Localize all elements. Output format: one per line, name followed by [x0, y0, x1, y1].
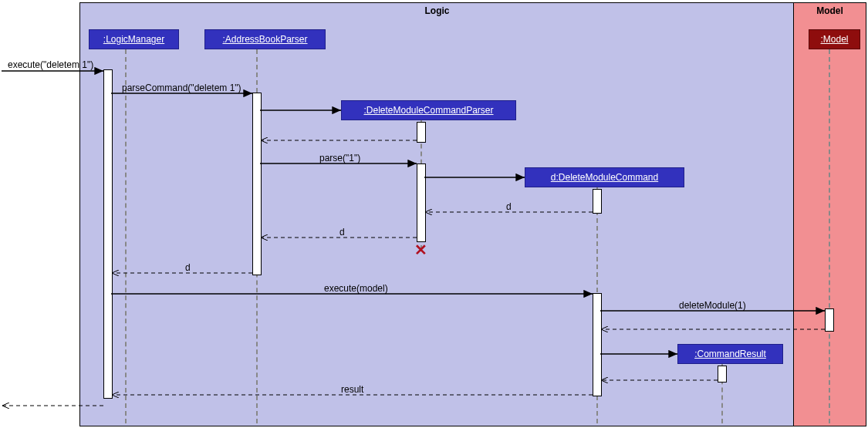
- activation-logic-manager: [103, 69, 113, 399]
- msg-return-d2: d: [339, 227, 345, 238]
- logic-region-title: Logic: [80, 5, 794, 16]
- activation-dmc-execute: [593, 293, 602, 396]
- participant-command-result: :CommandResult: [677, 344, 783, 364]
- model-region-title: Model: [794, 5, 866, 16]
- activation-model: [825, 308, 834, 332]
- activation-dmcp-parse: [417, 163, 426, 242]
- participant-delete-module-command-parser: :DeleteModuleCommandParser: [341, 100, 516, 120]
- activation-dmcp-create: [417, 122, 426, 143]
- activation-dmc-create: [593, 189, 602, 214]
- participant-address-book-parser: :AddressBookParser: [204, 29, 326, 49]
- activation-cmdresult: [718, 366, 727, 383]
- sequence-diagram: Logic Model :LogicManager :AddressBookPa…: [0, 0, 868, 428]
- msg-return-d1: d: [506, 201, 512, 212]
- msg-execute-deletem: execute("deletem 1"): [8, 59, 93, 70]
- msg-result: result: [341, 384, 363, 395]
- msg-parse-one: parse("1"): [319, 153, 360, 163]
- msg-return-d3: d: [185, 262, 191, 273]
- lifeline-logic-manager: [125, 49, 127, 423]
- lifeline-model: [829, 49, 830, 423]
- msg-execute-model: execute(model): [324, 283, 388, 294]
- participant-delete-module-command: d:DeleteModuleCommand: [525, 167, 684, 187]
- participant-logic-manager: :LogicManager: [89, 29, 179, 49]
- msg-parse-command: parseCommand("deletem 1"): [122, 83, 241, 93]
- destroy-icon: ✕: [414, 241, 427, 259]
- msg-delete-module: deleteModule(1): [679, 300, 746, 311]
- activation-abp: [252, 93, 262, 275]
- participant-model: :Model: [809, 29, 860, 49]
